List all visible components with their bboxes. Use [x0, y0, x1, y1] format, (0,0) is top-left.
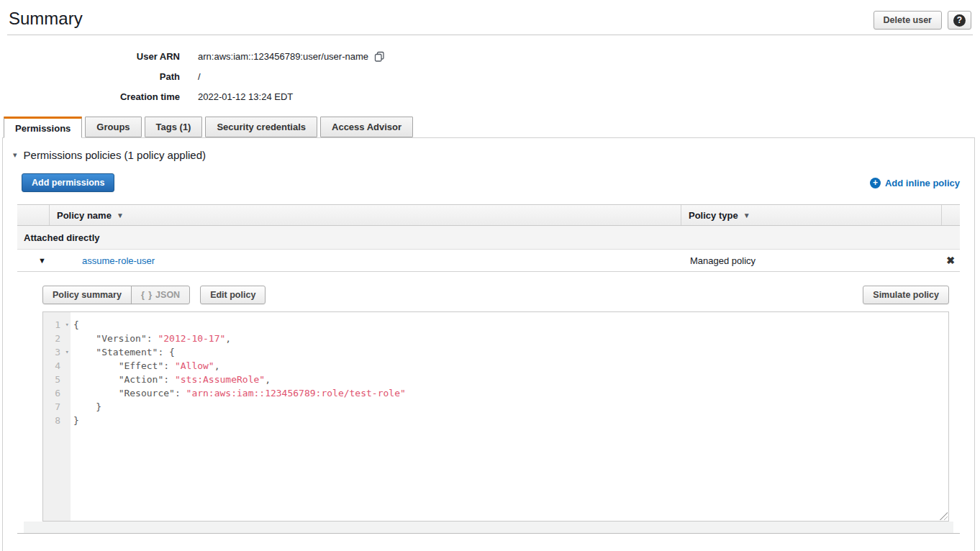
code-line: "Resource": "arn:aws:iam::123456789:role… — [73, 386, 948, 400]
permissions-policies-section-header[interactable]: ▾ Permissions policies (1 policy applied… — [13, 149, 967, 161]
json-policy-editor[interactable]: 1▾23▾45678 { "Version": "2012-10-17", "S… — [42, 311, 949, 522]
code-fold-icon[interactable]: ▾ — [65, 345, 69, 359]
field-value: 2022-01-12 13:24 EDT — [198, 91, 293, 102]
code-line: } — [73, 400, 948, 414]
simulate-policy-button[interactable]: Simulate policy — [863, 286, 949, 304]
tab-tags-1[interactable]: Tags (1) — [145, 117, 203, 137]
sort-caret-icon: ▼ — [743, 211, 750, 219]
tab-access-advisor[interactable]: Access Advisor — [320, 117, 413, 137]
summary-field-row: Creation time2022-01-12 13:24 EDT — [0, 86, 980, 106]
summary-field-row: Path/ — [0, 66, 980, 86]
tab-security-credentials[interactable]: Security credentials — [205, 117, 317, 137]
policy-name-header-label: Policy name — [57, 210, 112, 221]
policy-name-link[interactable]: assume-role-user — [49, 255, 681, 266]
permissions-tab-content: ▾ Permissions policies (1 policy applied… — [3, 138, 974, 534]
edit-policy-button[interactable]: Edit policy — [200, 286, 266, 304]
table-footer-strip — [24, 522, 953, 533]
line-number: 7 — [43, 400, 71, 414]
policy-view-toggle: Policy summary { }JSON — [42, 286, 190, 304]
add-inline-policy-link[interactable]: + Add inline policy — [870, 178, 960, 188]
copy-icon[interactable] — [374, 51, 385, 63]
field-value-text: arn:aws:iam::123456789:user/user-name — [198, 51, 368, 62]
policy-detail-toolbar: Policy summary { }JSON Edit policy Simul… — [42, 286, 949, 304]
policy-detail-panel: Policy summary { }JSON Edit policy Simul… — [17, 272, 960, 522]
help-button[interactable]: ? — [948, 11, 971, 29]
add-inline-policy-label: Add inline policy — [885, 178, 960, 188]
policy-type-header-label: Policy type — [689, 210, 738, 221]
editor-code-area[interactable]: { "Version": "2012-10-17", "Statement": … — [71, 312, 948, 521]
line-number: 6 — [43, 386, 71, 400]
summary-field-row: User ARNarn:aws:iam::123456789:user/user… — [0, 46, 980, 66]
question-mark-icon: ? — [953, 14, 966, 27]
line-number: 8 — [43, 414, 71, 427]
json-string-value: "Allow" — [175, 360, 214, 371]
line-number: 5 — [43, 373, 71, 386]
line-number: 1▾ — [43, 318, 71, 332]
code-line: "Statement": { — [73, 345, 948, 359]
add-permissions-button[interactable]: Add permissions — [22, 173, 114, 192]
header-actions: Delete user ? — [874, 11, 971, 29]
braces-icon: { } — [141, 290, 153, 300]
field-label: User ARN — [0, 51, 180, 62]
policy-type-value: Managed policy — [681, 255, 941, 266]
json-string-value: "arn:aws:iam::123456789:role/test-role" — [186, 388, 406, 399]
json-key: "Statement" — [96, 347, 158, 358]
tab-panel: ▾ Permissions policies (1 policy applied… — [2, 137, 975, 551]
json-key: "Version" — [96, 333, 146, 344]
plus-circle-icon: + — [870, 178, 881, 188]
field-label: Creation time — [0, 91, 180, 102]
editor-line-number-gutter: 1▾23▾45678 — [43, 312, 71, 521]
code-line: } — [73, 414, 948, 427]
policies-table-header: Policy name ▼ Policy type ▼ — [17, 204, 960, 226]
section-title: Permissions policies (1 policy applied) — [24, 149, 206, 161]
page-title: Summary — [9, 9, 83, 29]
code-line: "Effect": "Allow", — [73, 359, 948, 373]
line-number: 4 — [43, 359, 71, 373]
collapse-caret-icon: ▾ — [13, 150, 17, 160]
actions-column-header — [941, 205, 960, 225]
json-key: "Action" — [119, 374, 164, 385]
sort-caret-icon: ▼ — [117, 211, 124, 219]
policy-actions-row: Add permissions + Add inline policy — [22, 173, 960, 192]
field-value: / — [198, 71, 201, 82]
json-key: "Effect" — [119, 360, 164, 371]
row-expander-icon[interactable]: ▼ — [38, 256, 49, 265]
policy-name-column-header[interactable]: Policy name ▼ — [49, 205, 681, 225]
summary-fields: User ARNarn:aws:iam::123456789:user/user… — [0, 46, 980, 106]
json-button-label: JSON — [155, 290, 180, 300]
json-string-value: "2012-10-17" — [158, 333, 225, 344]
expander-column-header — [17, 205, 49, 225]
line-number: 3▾ — [43, 345, 71, 359]
policy-summary-button[interactable]: Policy summary — [42, 286, 132, 304]
line-number: 2 — [43, 332, 71, 345]
attached-directly-group-row: Attached directly — [17, 226, 960, 250]
json-key: "Resource" — [119, 388, 175, 399]
delete-user-button[interactable]: Delete user — [874, 11, 942, 29]
policies-table: Policy name ▼ Policy type ▼ Attached dir… — [17, 204, 960, 534]
page-header: Summary Delete user ? — [0, 0, 980, 29]
remove-policy-icon[interactable]: ✖ — [946, 255, 955, 266]
code-line: "Version": "2012-10-17", — [73, 332, 948, 345]
tabs: PermissionsGroupsTags (1)Security creden… — [4, 117, 980, 137]
code-line: "Action": "sts:AssumeRole", — [73, 373, 948, 386]
field-value-text: / — [198, 71, 201, 82]
json-view-button[interactable]: { }JSON — [131, 286, 190, 304]
tab-permissions[interactable]: Permissions — [4, 117, 82, 138]
field-value-text: 2022-01-12 13:24 EDT — [198, 91, 293, 102]
code-fold-icon[interactable]: ▾ — [65, 318, 69, 332]
policy-type-column-header[interactable]: Policy type ▼ — [681, 205, 941, 225]
field-value: arn:aws:iam::123456789:user/user-name — [198, 50, 385, 63]
group-row-label: Attached directly — [24, 232, 99, 243]
code-line: { — [73, 318, 948, 332]
json-string-value: "sts:AssumeRole" — [175, 374, 265, 385]
tab-groups[interactable]: Groups — [85, 117, 141, 137]
policy-table-row: ▼ assume-role-user Managed policy ✖ — [17, 250, 960, 272]
field-label: Path — [0, 71, 180, 82]
header-divider — [7, 35, 973, 35]
